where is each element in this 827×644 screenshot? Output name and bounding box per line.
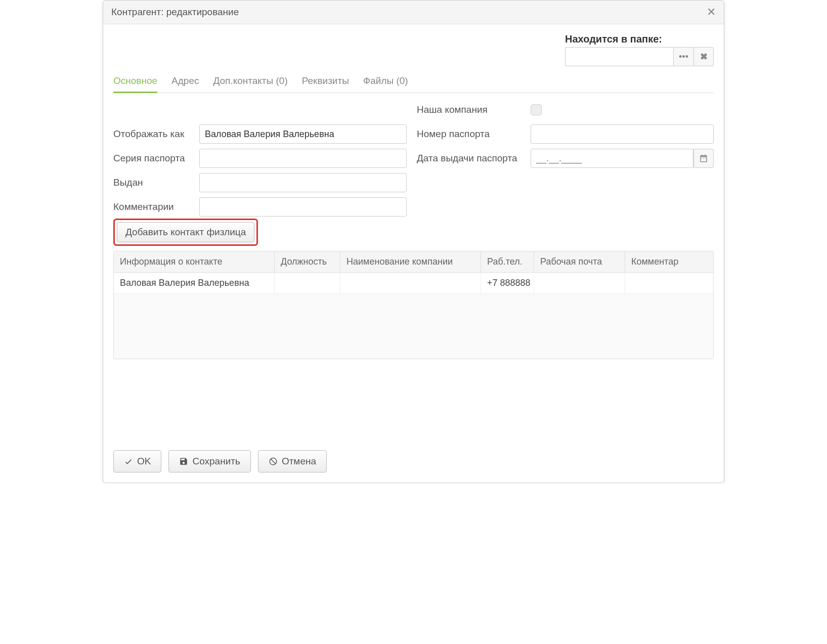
close-icon[interactable]: ✕ — [707, 6, 716, 19]
passport-series-input[interactable] — [199, 149, 407, 168]
ban-icon — [269, 457, 278, 466]
passport-series-label: Серия паспорта — [113, 153, 199, 164]
tab-extra-contacts[interactable]: Доп.контакты (0) — [213, 71, 287, 93]
passport-number-input[interactable] — [531, 124, 714, 144]
td-position — [275, 273, 340, 293]
td-work-tel: +7 888888 — [481, 273, 534, 293]
td-comment — [625, 273, 713, 293]
our-company-checkbox[interactable] — [531, 104, 542, 115]
folder-clear-button[interactable]: ✖ — [693, 47, 714, 66]
dialog-footer: OK Сохранить Отмена — [103, 442, 724, 483]
table-header: Информация о контакте Должность Наименов… — [114, 251, 713, 273]
save-button[interactable]: Сохранить — [168, 450, 250, 473]
tabs: Основное Адрес Доп.контакты (0) Реквизит… — [113, 71, 714, 93]
ok-button[interactable]: OK — [113, 450, 161, 473]
contractor-edit-dialog: Контрагент: редактирование ✕ Находится в… — [103, 0, 724, 483]
folder-label: Находится в папке: — [565, 33, 662, 45]
comments-label: Комментарии — [113, 201, 199, 212]
td-work-email — [534, 273, 625, 293]
passport-number-label: Номер паспорта — [417, 128, 531, 140]
table-row[interactable]: Валовая Валерия Валерьевна +7 888888 — [114, 273, 713, 294]
ok-button-label: OK — [137, 456, 151, 467]
th-work-tel[interactable]: Раб.тел. — [481, 251, 534, 272]
tab-files[interactable]: Файлы (0) — [363, 71, 408, 93]
calendar-icon — [699, 154, 708, 163]
dialog-title: Контрагент: редактирование — [111, 7, 239, 18]
th-company[interactable]: Наименование компании — [340, 251, 481, 272]
display-as-input[interactable] — [199, 124, 407, 144]
comments-input[interactable] — [199, 197, 407, 217]
titlebar: Контрагент: редактирование ✕ — [103, 1, 724, 24]
display-as-label: Отображать как — [113, 128, 199, 140]
tab-requisites[interactable]: Реквизиты — [302, 71, 349, 93]
tab-main[interactable]: Основное — [113, 71, 157, 93]
save-icon — [179, 457, 188, 466]
th-work-email[interactable]: Рабочая почта — [534, 251, 625, 272]
passport-date-label: Дата выдачи паспорта — [417, 153, 531, 164]
contacts-table: Информация о контакте Должность Наименов… — [113, 251, 714, 359]
th-comment[interactable]: Комментар — [625, 251, 713, 272]
passport-date-picker-button[interactable] — [693, 149, 714, 168]
our-company-label: Наша компания — [417, 104, 531, 115]
issued-by-input[interactable] — [199, 173, 407, 192]
th-info[interactable]: Информация о контакте — [114, 251, 275, 272]
check-icon — [124, 457, 133, 466]
td-company — [340, 273, 481, 293]
save-button-label: Сохранить — [192, 456, 240, 467]
highlight-annotation: Добавить контакт физлица — [113, 219, 258, 246]
add-contact-button[interactable]: Добавить контакт физлица — [117, 222, 254, 242]
ellipsis-icon: ••• — [679, 52, 688, 62]
cancel-button-label: Отмена — [282, 456, 316, 467]
folder-input[interactable] — [565, 47, 673, 66]
cancel-button[interactable]: Отмена — [258, 450, 327, 473]
th-position[interactable]: Должность — [275, 251, 340, 272]
td-info: Валовая Валерия Валерьевна — [114, 273, 275, 293]
tab-address[interactable]: Адрес — [171, 71, 199, 93]
folder-browse-button[interactable]: ••• — [673, 47, 693, 66]
issued-by-label: Выдан — [113, 177, 199, 188]
passport-date-input[interactable] — [531, 149, 693, 168]
x-icon: ✖ — [700, 51, 708, 62]
